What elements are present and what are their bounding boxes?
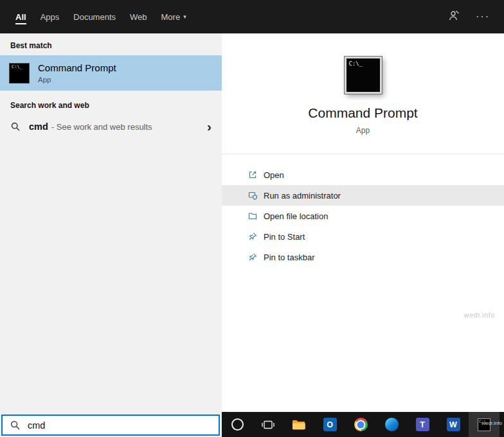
pin-icon — [248, 252, 258, 262]
tab-documents[interactable]: Documents — [66, 0, 123, 33]
tab-more-label: More — [161, 12, 181, 22]
tab-web[interactable]: Web — [123, 0, 154, 33]
action-open-file-location[interactable]: Open file location — [222, 206, 504, 226]
preview-panel: C:\_ Command Prompt App Open Run as admi… — [222, 33, 504, 412]
teams-button[interactable]: T — [407, 412, 438, 437]
file-explorer-button[interactable] — [284, 412, 314, 437]
file-location-icon — [248, 211, 258, 221]
edge-button[interactable] — [376, 412, 407, 437]
web-suggestion[interactable]: cmd - See work and web results › — [0, 115, 222, 139]
suggestion-text: cmd - See work and web results — [29, 121, 152, 132]
teams-icon: T — [416, 418, 429, 431]
outlook-icon: O — [323, 418, 337, 431]
app-subtitle: App — [222, 126, 504, 135]
action-label: Pin to taskbar — [264, 253, 315, 262]
best-match-text: Command Prompt App — [38, 62, 116, 84]
user-icon[interactable] — [447, 9, 460, 24]
watermark: wedr.info — [482, 420, 502, 426]
result-subtitle: App — [38, 76, 116, 84]
taskbar: O T W C:\_ wedr.info — [222, 412, 504, 437]
cortana-icon — [231, 418, 244, 431]
tab-documents-label: Documents — [73, 12, 116, 22]
open-icon — [248, 170, 258, 180]
action-pin-to-start[interactable]: Pin to Start — [222, 226, 504, 247]
action-pin-to-taskbar[interactable]: Pin to taskbar — [222, 247, 504, 267]
action-label: Open file location — [264, 211, 328, 221]
word-button[interactable]: W — [438, 412, 469, 437]
outlook-button[interactable]: O — [314, 412, 345, 437]
tab-apps[interactable]: Apps — [33, 0, 67, 33]
task-view-icon — [260, 417, 276, 433]
pin-icon — [248, 231, 258, 242]
cortana-button[interactable] — [222, 412, 253, 437]
windows-search-flyout: All Apps Documents Web More ▾ — [0, 0, 504, 437]
tab-all-label: All — [15, 12, 26, 22]
edge-icon — [385, 418, 399, 431]
suggestion-query: cmd — [29, 121, 48, 132]
search-box — [1, 415, 220, 436]
search-icon — [10, 121, 21, 132]
action-label: Pin to Start — [264, 232, 305, 242]
file-explorer-icon — [291, 417, 307, 433]
search-tabs: All Apps Documents Web More ▾ — [0, 0, 194, 33]
task-view-button[interactable] — [253, 412, 284, 437]
header-actions: ··· — [447, 9, 504, 24]
action-list: Open Run as administrator Open file loca… — [222, 154, 504, 267]
search-input[interactable] — [28, 420, 212, 431]
search-icon — [10, 420, 21, 431]
command-prompt-icon-large: C:\_ — [345, 57, 382, 94]
tab-more[interactable]: More ▾ — [154, 0, 194, 33]
section-label-best-match: Best match — [0, 33, 222, 55]
word-icon: W — [447, 418, 460, 431]
tab-web-label: Web — [130, 12, 147, 22]
action-label: Open — [264, 170, 284, 180]
tab-apps-label: Apps — [40, 12, 60, 22]
command-prompt-icon: C:\_ — [9, 63, 30, 84]
results-panel: Best match C:\_ Command Prompt App Searc… — [0, 33, 222, 437]
search-header: All Apps Documents Web More ▾ — [0, 0, 504, 33]
suggestion-suffix: - See work and web results — [51, 122, 152, 132]
chrome-button[interactable] — [345, 412, 376, 437]
admin-shield-icon — [248, 190, 258, 201]
action-run-as-admin[interactable]: Run as administrator — [222, 185, 504, 206]
tab-all[interactable]: All — [8, 0, 33, 33]
best-match-result[interactable]: C:\_ Command Prompt App — [0, 55, 222, 91]
chevron-right-icon: › — [207, 121, 212, 132]
app-title: Command Prompt — [222, 105, 504, 121]
result-title: Command Prompt — [38, 62, 116, 73]
chrome-icon — [354, 418, 368, 431]
section-label-web: Search work and web — [0, 91, 222, 115]
action-label: Run as administrator — [264, 191, 341, 201]
watermark: wedr.info — [464, 311, 495, 319]
action-open[interactable]: Open — [222, 165, 504, 185]
ellipsis-icon[interactable]: ··· — [476, 12, 490, 22]
app-hero: C:\_ Command Prompt App — [222, 33, 504, 135]
chevron-down-icon: ▾ — [183, 13, 186, 20]
